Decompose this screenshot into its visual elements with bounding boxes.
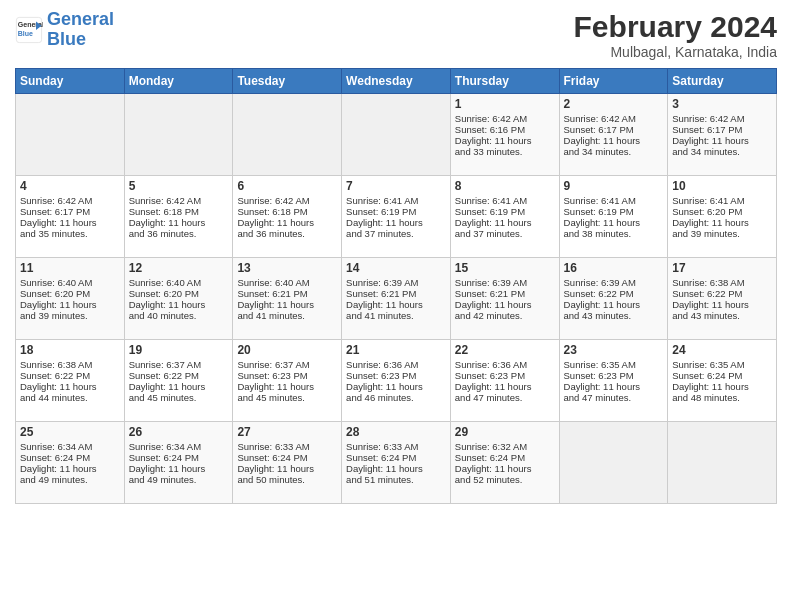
- calendar-cell: [342, 94, 451, 176]
- day-info-line: and 41 minutes.: [346, 310, 446, 321]
- day-info-line: Sunset: 6:24 PM: [20, 452, 120, 463]
- calendar-cell: 16Sunrise: 6:39 AMSunset: 6:22 PMDayligh…: [559, 258, 668, 340]
- day-info-line: and 36 minutes.: [237, 228, 337, 239]
- calendar-cell: 10Sunrise: 6:41 AMSunset: 6:20 PMDayligh…: [668, 176, 777, 258]
- day-info-line: Sunset: 6:24 PM: [129, 452, 229, 463]
- day-info-line: Daylight: 11 hours: [564, 135, 664, 146]
- day-info-line: and 39 minutes.: [672, 228, 772, 239]
- logo: General Blue GeneralBlue: [15, 10, 114, 50]
- day-info-line: and 45 minutes.: [129, 392, 229, 403]
- day-info-line: and 47 minutes.: [564, 392, 664, 403]
- day-info-line: Sunrise: 6:39 AM: [455, 277, 555, 288]
- day-info-line: Sunset: 6:22 PM: [129, 370, 229, 381]
- day-info-line: Daylight: 11 hours: [237, 217, 337, 228]
- location: Mulbagal, Karnataka, India: [574, 44, 777, 60]
- calendar-table: Sunday Monday Tuesday Wednesday Thursday…: [15, 68, 777, 504]
- day-info-line: and 49 minutes.: [129, 474, 229, 485]
- day-info-line: and 51 minutes.: [346, 474, 446, 485]
- calendar-cell: 15Sunrise: 6:39 AMSunset: 6:21 PMDayligh…: [450, 258, 559, 340]
- day-info-line: Sunset: 6:17 PM: [564, 124, 664, 135]
- day-info-line: Daylight: 11 hours: [129, 299, 229, 310]
- day-info-line: Daylight: 11 hours: [455, 381, 555, 392]
- day-number: 6: [237, 179, 337, 193]
- calendar-week-1: 4Sunrise: 6:42 AMSunset: 6:17 PMDaylight…: [16, 176, 777, 258]
- day-info-line: Daylight: 11 hours: [672, 217, 772, 228]
- day-info-line: Sunrise: 6:42 AM: [20, 195, 120, 206]
- day-info-line: Sunrise: 6:41 AM: [672, 195, 772, 206]
- day-info-line: Sunrise: 6:42 AM: [237, 195, 337, 206]
- day-number: 5: [129, 179, 229, 193]
- day-info-line: and 36 minutes.: [129, 228, 229, 239]
- day-number: 20: [237, 343, 337, 357]
- day-number: 12: [129, 261, 229, 275]
- day-info-line: Sunset: 6:23 PM: [564, 370, 664, 381]
- calendar-cell: 23Sunrise: 6:35 AMSunset: 6:23 PMDayligh…: [559, 340, 668, 422]
- day-number: 2: [564, 97, 664, 111]
- day-number: 3: [672, 97, 772, 111]
- day-info-line: Sunrise: 6:34 AM: [20, 441, 120, 452]
- day-info-line: and 37 minutes.: [346, 228, 446, 239]
- col-saturday: Saturday: [668, 69, 777, 94]
- day-number: 14: [346, 261, 446, 275]
- svg-text:Blue: Blue: [18, 29, 33, 36]
- day-number: 26: [129, 425, 229, 439]
- calendar-cell: 6Sunrise: 6:42 AMSunset: 6:18 PMDaylight…: [233, 176, 342, 258]
- day-info-line: Daylight: 11 hours: [237, 381, 337, 392]
- day-number: 19: [129, 343, 229, 357]
- day-info-line: Daylight: 11 hours: [455, 299, 555, 310]
- calendar-cell: 17Sunrise: 6:38 AMSunset: 6:22 PMDayligh…: [668, 258, 777, 340]
- day-info-line: Sunset: 6:24 PM: [672, 370, 772, 381]
- calendar-cell: [16, 94, 125, 176]
- day-info-line: and 34 minutes.: [672, 146, 772, 157]
- day-info-line: and 43 minutes.: [672, 310, 772, 321]
- day-info-line: Sunrise: 6:41 AM: [564, 195, 664, 206]
- day-number: 7: [346, 179, 446, 193]
- logo-text: GeneralBlue: [47, 10, 114, 50]
- day-info-line: Sunset: 6:22 PM: [672, 288, 772, 299]
- day-number: 16: [564, 261, 664, 275]
- day-number: 1: [455, 97, 555, 111]
- day-info-line: Sunrise: 6:42 AM: [672, 113, 772, 124]
- col-thursday: Thursday: [450, 69, 559, 94]
- header-row: Sunday Monday Tuesday Wednesday Thursday…: [16, 69, 777, 94]
- day-info-line: Sunrise: 6:40 AM: [237, 277, 337, 288]
- calendar-cell: 14Sunrise: 6:39 AMSunset: 6:21 PMDayligh…: [342, 258, 451, 340]
- calendar-cell: 24Sunrise: 6:35 AMSunset: 6:24 PMDayligh…: [668, 340, 777, 422]
- day-info-line: Sunrise: 6:35 AM: [672, 359, 772, 370]
- calendar-cell: 29Sunrise: 6:32 AMSunset: 6:24 PMDayligh…: [450, 422, 559, 504]
- day-number: 23: [564, 343, 664, 357]
- day-info-line: Daylight: 11 hours: [129, 217, 229, 228]
- day-number: 27: [237, 425, 337, 439]
- day-info-line: Sunset: 6:19 PM: [564, 206, 664, 217]
- day-info-line: Sunset: 6:23 PM: [237, 370, 337, 381]
- day-info-line: Sunset: 6:20 PM: [129, 288, 229, 299]
- day-number: 9: [564, 179, 664, 193]
- day-info-line: Sunrise: 6:37 AM: [237, 359, 337, 370]
- day-info-line: and 52 minutes.: [455, 474, 555, 485]
- day-info-line: and 38 minutes.: [564, 228, 664, 239]
- calendar-week-2: 11Sunrise: 6:40 AMSunset: 6:20 PMDayligh…: [16, 258, 777, 340]
- day-info-line: Sunset: 6:17 PM: [20, 206, 120, 217]
- day-info-line: Sunset: 6:22 PM: [564, 288, 664, 299]
- day-info-line: Daylight: 11 hours: [346, 381, 446, 392]
- day-info-line: Daylight: 11 hours: [129, 463, 229, 474]
- day-info-line: Sunset: 6:24 PM: [237, 452, 337, 463]
- day-info-line: Daylight: 11 hours: [237, 463, 337, 474]
- calendar-cell: 8Sunrise: 6:41 AMSunset: 6:19 PMDaylight…: [450, 176, 559, 258]
- day-info-line: and 45 minutes.: [237, 392, 337, 403]
- day-info-line: and 44 minutes.: [20, 392, 120, 403]
- day-info-line: Sunset: 6:24 PM: [346, 452, 446, 463]
- calendar-cell: [124, 94, 233, 176]
- day-info-line: Sunrise: 6:36 AM: [455, 359, 555, 370]
- day-info-line: Sunset: 6:23 PM: [455, 370, 555, 381]
- day-info-line: Daylight: 11 hours: [20, 381, 120, 392]
- title-block: February 2024 Mulbagal, Karnataka, India: [574, 10, 777, 60]
- calendar-week-0: 1Sunrise: 6:42 AMSunset: 6:16 PMDaylight…: [16, 94, 777, 176]
- calendar-cell: 11Sunrise: 6:40 AMSunset: 6:20 PMDayligh…: [16, 258, 125, 340]
- calendar-cell: 2Sunrise: 6:42 AMSunset: 6:17 PMDaylight…: [559, 94, 668, 176]
- day-info-line: Sunrise: 6:39 AM: [564, 277, 664, 288]
- calendar-cell: 7Sunrise: 6:41 AMSunset: 6:19 PMDaylight…: [342, 176, 451, 258]
- day-info-line: Daylight: 11 hours: [237, 299, 337, 310]
- day-info-line: Sunrise: 6:41 AM: [455, 195, 555, 206]
- day-info-line: and 34 minutes.: [564, 146, 664, 157]
